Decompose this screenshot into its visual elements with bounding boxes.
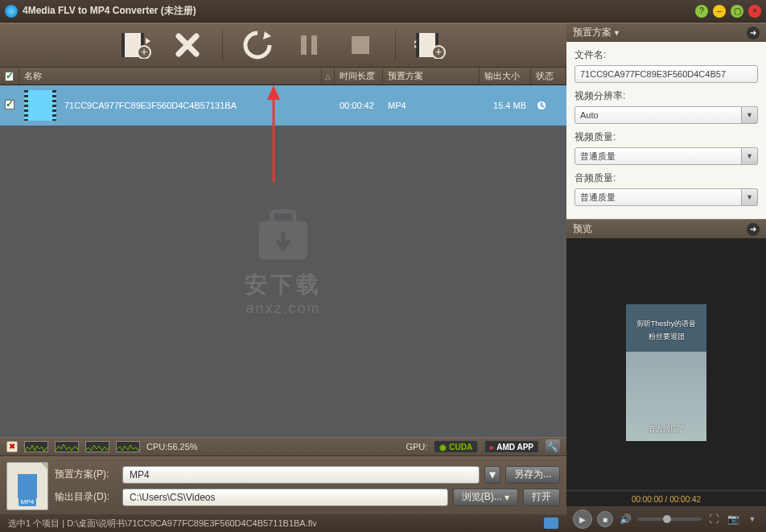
row-duration: 00:00:42: [335, 101, 383, 110]
svg-rect-7: [352, 36, 369, 54]
cuda-chip[interactable]: ◉CUDA: [434, 440, 478, 453]
audio-quality-select[interactable]: 普通质量: [574, 188, 742, 206]
toolbar-divider: [395, 29, 396, 61]
stop-button[interactable]: [344, 28, 377, 62]
status-text: 选中1 个项目 | D:\桌面\说明书\71CC9CA977FC89E3F560…: [8, 518, 317, 530]
preview-time: 00:00:00 / 00:00:42: [566, 493, 766, 506]
row-thumbnail: [19, 90, 60, 121]
watermark: 安下载 anxz.com: [245, 206, 322, 316]
add-output-button[interactable]: +: [414, 28, 447, 62]
gpu-label: GPU:: [406, 442, 427, 452]
status-badge-icon[interactable]: [544, 518, 558, 529]
settings-icon[interactable]: 🔧: [546, 439, 560, 454]
header-size[interactable]: 输出大小: [480, 68, 531, 85]
preview-panel-head: 预览 ➜: [566, 219, 766, 238]
browse-button[interactable]: 浏览(B)... ▾: [453, 489, 518, 506]
preset-label: 预置方案(P):: [55, 468, 117, 481]
table-row[interactable]: 71CC9CA977FC89E3F560D4C4B57131BA 00:00:4…: [0, 85, 566, 126]
cpu-label: CPU:56.25%: [146, 442, 198, 452]
amd-chip[interactable]: ▸AMD APP: [484, 440, 539, 453]
row-size: 15.4 MB: [480, 101, 531, 110]
svg-rect-1: [121, 33, 125, 57]
preview-thumbnail: 剪听Theshy的语音 粉丝要退团 官方回应了: [626, 304, 706, 441]
video-quality-dropdown-icon[interactable]: ▼: [742, 147, 758, 165]
list-header: 名称 △ 时间长度 预置方案 输出大小 状态: [0, 68, 566, 85]
header-status[interactable]: 状态: [531, 68, 566, 85]
output-dir-input[interactable]: C:\Users\CS\Videos: [122, 489, 448, 506]
header-preset[interactable]: 预置方案: [383, 68, 480, 85]
maximize-button[interactable]: ▢: [731, 5, 743, 18]
stop-preview-button[interactable]: ■: [597, 511, 613, 527]
collapse-icon[interactable]: ➜: [747, 223, 760, 236]
resolution-label: 视频分辨率:: [574, 89, 758, 103]
remove-button[interactable]: [171, 28, 204, 62]
snapshot-icon[interactable]: 📷: [726, 512, 740, 526]
file-list: 71CC9CA977FC89E3F560D4C4B57131BA 00:00:4…: [0, 85, 566, 437]
fullscreen-icon[interactable]: ⛶: [706, 512, 721, 526]
properties-panel: 文件名: 71CC9CA977FC89E3F560D4C4B57 视频分辨率: …: [566, 42, 766, 219]
row-preset: MP4: [383, 101, 480, 110]
output-panel: MP4 预置方案(P): MP4 ▾ 另存为... 输出目录(D): C:\Us…: [0, 456, 566, 514]
watermark-cn: 安下载: [245, 269, 322, 299]
player-controls: ▶ ■ 🔊 ⛶ 📷 ▼: [566, 506, 766, 532]
header-sort-icon[interactable]: △: [322, 68, 335, 85]
output-format-icon[interactable]: MP4: [6, 462, 48, 510]
preview-progress[interactable]: [566, 489, 766, 492]
snapshot-dropdown-icon[interactable]: ▼: [745, 512, 760, 526]
svg-rect-14: [259, 221, 307, 259]
clear-perf-icon[interactable]: ✖: [6, 441, 18, 452]
preset-select[interactable]: MP4: [122, 466, 480, 484]
pause-button[interactable]: [292, 28, 326, 62]
cpu-graph: [116, 441, 140, 452]
cpu-graph: [55, 441, 79, 452]
svg-rect-6: [311, 35, 317, 55]
row-status: [531, 100, 566, 111]
header-name[interactable]: 名称: [19, 68, 322, 85]
svg-rect-5: [301, 35, 307, 55]
filename-label: 文件名:: [574, 48, 758, 62]
app-icon: [5, 5, 18, 18]
add-file-button[interactable]: +: [119, 28, 153, 62]
resolution-select[interactable]: Auto: [574, 106, 742, 124]
row-filename: 71CC9CA977FC89E3F560D4C4B57131BA: [60, 101, 335, 110]
convert-button[interactable]: [241, 28, 274, 62]
collapse-icon[interactable]: ➜: [747, 27, 760, 39]
cpu-graph: [85, 441, 109, 452]
performance-bar: ✖ CPU:56.25% GPU: ◉CUDA ▸AMD APP 🔧: [0, 437, 566, 456]
preview-head-label: 预览: [573, 222, 592, 236]
resolution-dropdown-icon[interactable]: ▼: [742, 106, 758, 124]
preset-panel-head: 预置方案 ▼ ➜: [566, 23, 766, 42]
preview-area: 剪听Theshy的语音 粉丝要退团 官方回应了 00:00:00 / 00:00…: [566, 238, 766, 506]
volume-icon[interactable]: 🔊: [618, 512, 632, 526]
save-as-button[interactable]: 另存为...: [505, 466, 560, 484]
close-button[interactable]: ×: [748, 5, 761, 18]
statusbar: 选中1 个项目 | D:\桌面\说明书\71CC9CA977FC89E3F560…: [0, 514, 566, 532]
svg-rect-9: [416, 33, 419, 57]
help-button[interactable]: ?: [695, 5, 708, 18]
header-check[interactable]: [0, 68, 19, 85]
output-dir-label: 输出目录(D):: [55, 490, 117, 504]
main-toolbar: + +: [0, 23, 566, 68]
audio-quality-dropdown-icon[interactable]: ▼: [742, 188, 758, 206]
cpu-graph: [24, 441, 48, 452]
volume-slider[interactable]: [637, 518, 702, 521]
open-button[interactable]: 打开: [523, 489, 560, 506]
minimize-button[interactable]: –: [713, 5, 726, 18]
svg-text:+: +: [435, 45, 442, 58]
audio-quality-label: 音频质量:: [574, 171, 758, 185]
chevron-down-icon[interactable]: ▼: [613, 29, 620, 37]
video-quality-select[interactable]: 普通质量: [574, 147, 742, 165]
svg-text:+: +: [141, 45, 147, 58]
row-check[interactable]: [0, 100, 19, 111]
watermark-en: anxz.com: [245, 299, 322, 316]
preset-dropdown-icon[interactable]: ▾: [484, 466, 500, 484]
filename-input[interactable]: 71CC9CA977FC89E3F560D4C4B57: [574, 65, 758, 83]
preset-head-label: 预置方案: [573, 26, 612, 39]
toolbar-divider: [222, 29, 223, 61]
titlebar: 4Media FLV to MP4 Converter (未注册) ? – ▢ …: [0, 0, 766, 23]
header-duration[interactable]: 时间长度: [335, 68, 383, 85]
window-title: 4Media FLV to MP4 Converter (未注册): [23, 4, 690, 18]
video-quality-label: 视频质量:: [574, 130, 758, 144]
svg-rect-15: [272, 211, 294, 224]
play-button[interactable]: ▶: [573, 509, 592, 529]
